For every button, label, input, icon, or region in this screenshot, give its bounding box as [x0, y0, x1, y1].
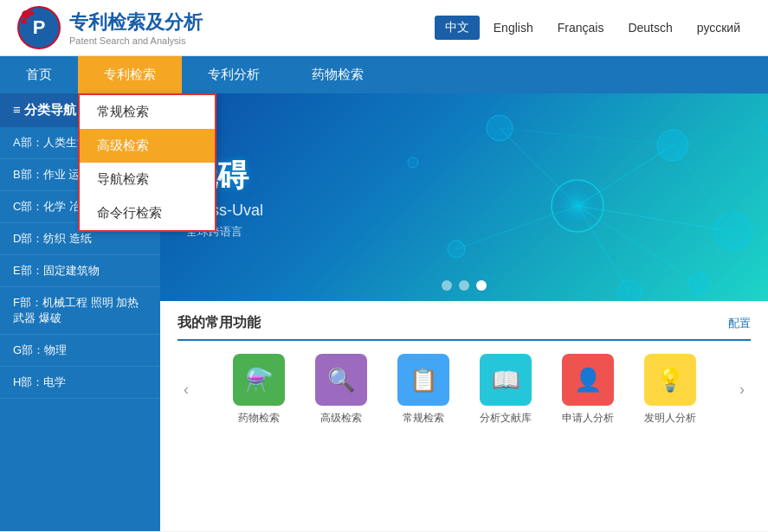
func-analysis-doc[interactable]: 📖 分析文献库	[471, 354, 540, 426]
advanced-search-icon: 🔍	[315, 354, 367, 406]
sidebar-item-F[interactable]: F部：机械工程 照明 加热 武器 爆破	[0, 287, 160, 335]
svg-point-3	[22, 19, 27, 24]
lang-zh[interactable]: 中文	[435, 16, 480, 40]
content: 无碍 Cross-Uval 全球跨语言 我的常用功能 配置 ‹	[160, 93, 768, 531]
inventor-analysis-icon: 💡	[644, 354, 696, 406]
svg-line-19	[500, 128, 673, 145]
func-label-drug-search: 药物检索	[238, 411, 280, 426]
network-bg	[370, 93, 768, 301]
nav-home[interactable]: 首页	[0, 56, 78, 93]
func-advanced-search[interactable]: 🔍 高级检索	[307, 354, 376, 426]
func-arrow-right[interactable]: ›	[733, 381, 751, 399]
functions-grid: ‹ ⚗️ 药物检索 🔍 高级检索 📋 常规检索 📖	[177, 354, 751, 426]
banner-dot-3[interactable]	[476, 280, 487, 291]
regular-search-icon: 📋	[397, 354, 449, 406]
svg-line-16	[456, 206, 578, 249]
func-applicant-analysis[interactable]: 👤 申请人分析	[553, 354, 623, 426]
lang-switcher: 中文 English Français Deutsch русский	[435, 16, 751, 40]
nav-patent-analysis[interactable]: 专利分析	[182, 56, 286, 93]
logo-icon: P	[17, 6, 61, 49]
svg-line-12	[578, 145, 673, 206]
drug-search-icon: ⚗️	[233, 354, 285, 406]
func-label-advanced-search: 高级检索	[320, 411, 362, 426]
nav-drug-search[interactable]: 药物检索	[286, 56, 390, 93]
dropdown-advanced-search[interactable]: 高级检索	[80, 129, 215, 163]
lang-de[interactable]: Deutsch	[617, 16, 682, 39]
logo-subtitle: Patent Search and Analysis	[69, 35, 203, 46]
logo-title: 专利检索及分析	[69, 10, 203, 35]
functions-section: 我的常用功能 配置 ‹ ⚗️ 药物检索 🔍 高级检索 📋 常规检	[160, 301, 768, 531]
lang-en[interactable]: English	[483, 16, 544, 39]
svg-line-17	[578, 206, 629, 292]
svg-point-4	[29, 10, 34, 16]
sidebar-item-E[interactable]: E部：固定建筑物	[0, 255, 160, 287]
lang-fr[interactable]: Français	[547, 16, 615, 39]
svg-line-13	[578, 206, 733, 232]
svg-text:P: P	[33, 16, 46, 38]
func-label-analysis-doc: 分析文献库	[480, 411, 532, 426]
logo-area: P 专利检索及分析 Patent Search and Analysis	[17, 6, 203, 49]
header: P 专利检索及分析 Patent Search and Analysis 中文 …	[0, 0, 768, 56]
dropdown-regular-search[interactable]: 常规检索	[80, 95, 215, 129]
navbar: 首页 专利检索 常规检索 高级检索 导航检索 命令行检索 专利分析 药物检索	[0, 56, 768, 93]
svg-point-11	[617, 280, 642, 301]
func-regular-search[interactable]: 📋 常规检索	[389, 354, 458, 426]
svg-point-23	[408, 157, 418, 168]
svg-line-14	[500, 128, 578, 206]
functions-config[interactable]: 配置	[728, 316, 751, 331]
applicant-analysis-icon: 👤	[562, 354, 614, 406]
svg-line-15	[578, 206, 699, 284]
analysis-doc-icon: 📖	[480, 354, 532, 406]
banner-dot-1[interactable]	[442, 280, 452, 291]
nav-patent-search[interactable]: 专利检索 常规检索 高级检索 导航检索 命令行检索	[78, 56, 182, 93]
sidebar-item-G[interactable]: G部：物理	[0, 335, 160, 367]
functions-header: 我的常用功能 配置	[177, 314, 751, 341]
func-label-applicant-analysis: 申请人分析	[562, 411, 614, 426]
svg-line-18	[673, 145, 733, 232]
sidebar-item-H[interactable]: H部：电学	[0, 367, 160, 399]
functions-title: 我的常用功能	[177, 314, 261, 332]
dropdown-nav-search[interactable]: 导航检索	[80, 163, 215, 196]
func-label-inventor-analysis: 发明人分析	[644, 411, 696, 426]
dropdown-command-search[interactable]: 命令行检索	[80, 196, 215, 230]
func-items: ⚗️ 药物检索 🔍 高级检索 📋 常规检索 📖 分析文献库	[195, 354, 733, 426]
func-inventor-analysis[interactable]: 💡 发明人分析	[636, 354, 705, 426]
func-drug-search[interactable]: ⚗️ 药物检索	[224, 354, 294, 426]
func-label-regular-search: 常规检索	[403, 411, 444, 426]
banner-dots	[442, 280, 487, 291]
logo-text: 专利检索及分析 Patent Search and Analysis	[69, 10, 203, 46]
banner-dot-2[interactable]	[459, 280, 469, 291]
patent-search-dropdown: 常规检索 高级检索 导航检索 命令行检索	[78, 93, 216, 232]
lang-ru[interactable]: русский	[687, 16, 751, 39]
banner: 无碍 Cross-Uval 全球跨语言	[160, 93, 768, 301]
func-arrow-left[interactable]: ‹	[177, 381, 195, 399]
svg-line-24	[673, 128, 768, 145]
